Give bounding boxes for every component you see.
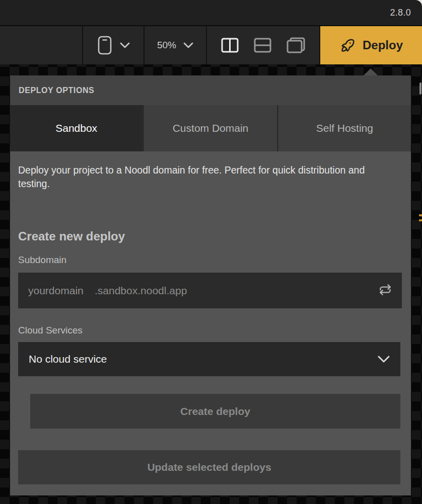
- toolbar-spacer: [0, 26, 83, 64]
- create-deploy-button[interactable]: Create deploy: [30, 394, 400, 429]
- popup-header: DEPLOY OPTIONS: [10, 75, 411, 105]
- cloud-services-select[interactable]: No cloud service: [18, 342, 400, 376]
- deploy-options-popup: DEPLOY OPTIONS Sandbox Custom Domain Sel…: [10, 75, 411, 495]
- popup-title: DEPLOY OPTIONS: [19, 86, 94, 95]
- app-window: 2.8.0 50%: [0, 0, 422, 504]
- refresh-icon: [379, 283, 392, 298]
- subdomain-input[interactable]: [28, 285, 92, 297]
- rocket-icon: [339, 37, 357, 54]
- cloud-services-selected-value: No cloud service: [29, 353, 107, 365]
- tab-sandbox-label: Sandbox: [55, 122, 97, 134]
- create-deploy-button-label: Create deploy: [180, 405, 250, 417]
- tab-custom-domain-label: Custom Domain: [173, 122, 249, 134]
- popup-arrow: [364, 68, 378, 75]
- subdomain-suffix: .sandbox.noodl.app: [95, 285, 187, 297]
- popup-body: Deploy your project to a Noodl domain fo…: [10, 151, 411, 495]
- split-vertical-icon[interactable]: [221, 38, 239, 53]
- subdomain-label: Subdomain: [18, 255, 66, 266]
- top-bar: 2.8.0: [0, 0, 422, 25]
- layout-view-switcher: [207, 26, 320, 64]
- deploy-tabs: Sandbox Custom Domain Self Hosting: [10, 105, 411, 151]
- minimap-marker: [419, 214, 422, 216]
- chevron-down-icon: [183, 42, 193, 48]
- create-deploy-heading: Create new deploy: [18, 229, 125, 243]
- cloud-services-label: Cloud Services: [18, 325, 83, 336]
- tab-sandbox[interactable]: Sandbox: [10, 105, 143, 151]
- scrollbar-thumb[interactable]: [419, 82, 421, 95]
- update-deploys-button-label: Update selected deploys: [147, 461, 271, 473]
- zoom-level-value: 50%: [157, 40, 176, 51]
- minimap-marker: [419, 219, 422, 221]
- tab-custom-domain[interactable]: Custom Domain: [144, 105, 276, 151]
- phone-icon: [97, 35, 113, 55]
- windows-cascade-icon[interactable]: [287, 37, 306, 53]
- canvas-toolbar: 50%: [0, 25, 422, 64]
- chevron-down-icon: [120, 42, 130, 48]
- tab-self-hosting[interactable]: Self Hosting: [278, 105, 411, 151]
- deploy-button-label: Deploy: [363, 38, 403, 52]
- tab-self-hosting-label: Self Hosting: [316, 122, 373, 134]
- sandbox-description: Deploy your project to a Noodl domain fo…: [18, 163, 392, 191]
- refresh-subdomain-button[interactable]: [379, 283, 392, 298]
- split-horizontal-icon[interactable]: [254, 38, 271, 53]
- subdomain-field: .sandbox.noodl.app: [18, 273, 402, 308]
- chevron-down-icon: [378, 356, 390, 363]
- app-version: 2.8.0: [390, 8, 411, 18]
- device-preview-dropdown[interactable]: [83, 26, 145, 64]
- zoom-level-dropdown[interactable]: 50%: [145, 26, 207, 64]
- deploy-button[interactable]: Deploy: [320, 26, 422, 64]
- update-selected-deploys-button[interactable]: Update selected deploys: [18, 450, 400, 484]
